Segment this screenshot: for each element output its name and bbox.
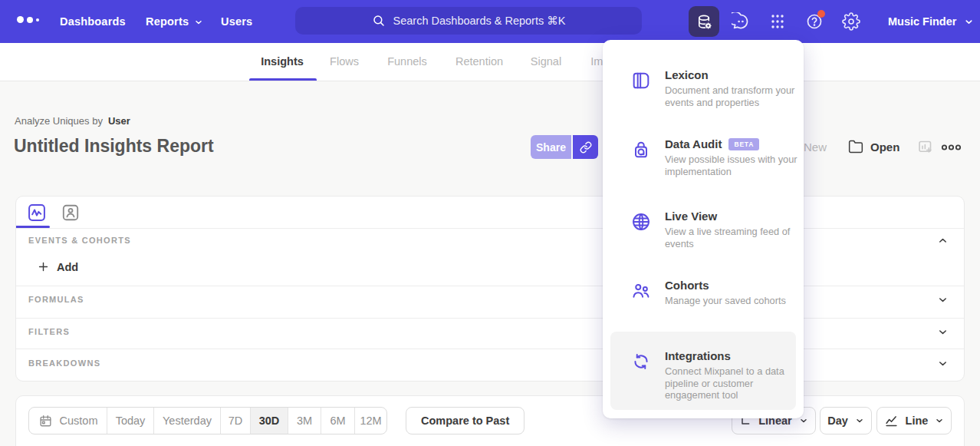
data-management-menu: Lexicon Document and transform your even…	[603, 40, 804, 418]
chevron-down-icon	[937, 326, 949, 338]
tab-metrics-view[interactable]	[26, 202, 48, 223]
add-event-button[interactable]: Add	[37, 260, 78, 273]
chevron-down-icon	[964, 17, 974, 27]
profile-icon	[61, 203, 81, 223]
expand-breakdowns-button[interactable]	[937, 358, 949, 369]
range-6m[interactable]: 6M	[321, 408, 354, 434]
interval-dropdown[interactable]: Day	[820, 407, 872, 434]
menu-item-data-audit[interactable]: Data Audit BETA View possible issues wit…	[630, 137, 793, 177]
divider	[16, 318, 964, 319]
search-input[interactable]: Search Dashboards & Reports ⌘K	[295, 7, 642, 35]
mixpanel-logo-icon[interactable]	[17, 16, 39, 23]
chevron-down-icon	[937, 294, 949, 306]
beta-badge: BETA	[728, 138, 759, 150]
range-30d[interactable]: 30D	[250, 408, 288, 434]
calendar-icon	[38, 414, 53, 428]
section-breakdowns-label[interactable]: BREAKDOWNS	[28, 358, 100, 368]
nav-users[interactable]: Users	[221, 0, 252, 43]
top-navigation-bar: Dashboards Reports Users Search Dashboar…	[0, 0, 980, 43]
menu-item-title: Cohorts	[665, 279, 709, 292]
subtitle-entity[interactable]: User	[108, 115, 130, 127]
integrations-icon	[630, 351, 652, 372]
chart-type-dropdown[interactable]: Line	[876, 407, 952, 434]
apps-grid-button[interactable]	[768, 12, 787, 31]
range-custom[interactable]: Custom	[29, 408, 107, 434]
search-placeholder: Search Dashboards & Reports ⌘K	[393, 15, 566, 27]
grid-dots-icon	[768, 12, 787, 31]
line-chart-icon	[884, 414, 899, 428]
add-to-dashboard-button[interactable]	[917, 139, 933, 155]
feedback-button[interactable]	[732, 12, 750, 31]
range-3m-label: 3M	[297, 415, 312, 427]
chart-controls-toolbar: Custom Today Yesterday 7D 30D 3M 6M 12M …	[15, 395, 965, 446]
chevron-down-icon	[937, 358, 949, 369]
new-report-button[interactable]: New	[804, 140, 827, 154]
tab-insights[interactable]: Insights	[261, 43, 304, 81]
pulse-chart-icon	[26, 202, 48, 223]
menu-item-description: Connect Mixpanel to a data pipeline or c…	[665, 365, 803, 401]
nav-users-label: Users	[221, 0, 252, 43]
chevron-down-icon	[935, 416, 944, 425]
menu-item-integrations[interactable]: Integrations Connect Mixpanel to a data …	[630, 349, 793, 401]
expand-formulas-button[interactable]	[937, 294, 949, 306]
menu-item-title: Integrations	[665, 349, 731, 362]
section-filters-label[interactable]: FILTERS	[28, 327, 70, 336]
globe-icon	[630, 211, 652, 233]
range-yesterday[interactable]: Yesterday	[153, 408, 220, 434]
gear-icon	[842, 12, 860, 31]
chevron-down-icon	[194, 18, 203, 27]
menu-item-title: Lexicon	[665, 68, 709, 81]
range-today[interactable]: Today	[107, 408, 153, 434]
chevron-up-icon	[937, 235, 949, 246]
plus-icon	[37, 260, 50, 273]
menu-item-live-view[interactable]: Live View View a live streaming feed of …	[630, 210, 793, 249]
more-options-icon	[941, 141, 962, 154]
nav-dashboards-label: Dashboards	[60, 0, 126, 43]
workspace-name: Music Finder	[888, 15, 956, 28]
settings-button[interactable]	[842, 12, 860, 31]
open-report-button[interactable]: Open	[848, 139, 899, 154]
tab-signal[interactable]: Signal	[531, 43, 561, 81]
nav-reports[interactable]: Reports	[146, 0, 203, 43]
tab-retention[interactable]: Retention	[455, 43, 503, 81]
range-3m[interactable]: 3M	[288, 408, 321, 434]
more-options-button[interactable]	[941, 141, 962, 154]
tab-profiles-view[interactable]	[61, 203, 81, 223]
link-icon	[580, 141, 592, 154]
divider	[16, 286, 964, 286]
chevron-down-icon	[799, 416, 808, 425]
collapse-events-button[interactable]	[937, 235, 949, 246]
compare-to-past-button[interactable]: Compare to Past	[406, 407, 525, 434]
range-6m-label: 6M	[330, 415, 345, 427]
add-to-dashboard-icon	[917, 139, 933, 155]
divider	[16, 349, 964, 349]
range-yesterday-label: Yesterday	[163, 415, 212, 427]
range-7d[interactable]: 7D	[220, 408, 250, 434]
page-title[interactable]: Untitled Insights Report	[14, 136, 214, 157]
folder-icon	[848, 139, 863, 154]
data-management-button[interactable]	[689, 6, 719, 37]
menu-item-cohorts[interactable]: Cohorts Manage your saved cohorts	[630, 279, 793, 307]
nav-dashboards[interactable]: Dashboards	[60, 0, 126, 43]
tab-flows[interactable]: Flows	[330, 43, 359, 81]
range-custom-label: Custom	[60, 415, 98, 427]
share-button[interactable]: Share	[531, 135, 571, 159]
report-subtitle: Analyze Uniques byUser	[15, 115, 130, 127]
workspace-switcher[interactable]: Music Finder	[888, 0, 974, 43]
range-7d-label: 7D	[229, 415, 243, 427]
section-formulas-label[interactable]: FORMULAS	[28, 295, 84, 304]
menu-item-description: Document and transform your events and p…	[665, 84, 803, 108]
nav-reports-label: Reports	[146, 0, 189, 43]
open-label: Open	[870, 140, 899, 154]
mixpanel-app: Dashboards Reports Users Search Dashboar…	[0, 0, 980, 446]
section-events-cohorts-label[interactable]: EVENTS & COHORTS	[28, 236, 131, 245]
range-12m[interactable]: 12M	[354, 408, 386, 434]
help-notification-badge	[817, 10, 825, 18]
copy-link-button[interactable]	[573, 135, 598, 159]
share-button-group: Share	[531, 135, 598, 159]
active-tab-underline	[249, 78, 317, 81]
tab-funnels[interactable]: Funnels	[387, 43, 427, 81]
menu-item-lexicon[interactable]: Lexicon Document and transform your even…	[630, 68, 793, 108]
chart-type-label: Line	[906, 415, 929, 427]
expand-filters-button[interactable]	[937, 326, 949, 338]
